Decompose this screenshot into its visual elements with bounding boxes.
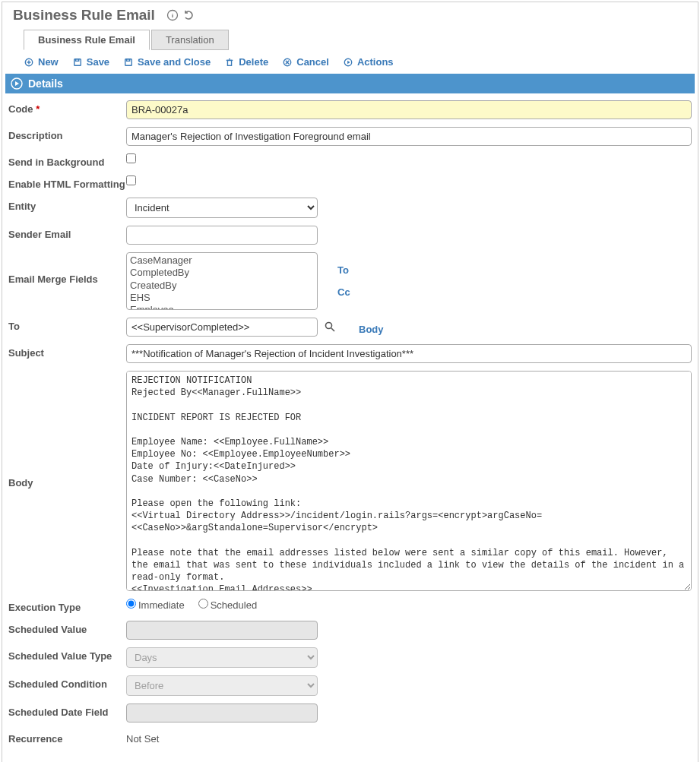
- info-icon[interactable]: [166, 8, 179, 22]
- row-senderemail: Sender Email: [8, 222, 692, 248]
- entity-select[interactable]: Incident: [126, 198, 318, 218]
- scheduled-date-field-input: [126, 704, 318, 722]
- label-code: Code: [8, 103, 33, 115]
- merge-opt[interactable]: CompletedBy: [130, 267, 314, 279]
- row-description: Description: [8, 123, 692, 150]
- toolbar: New Save Save and Close Delete Cancel Ac…: [2, 50, 698, 74]
- cancel-icon: [282, 57, 293, 68]
- tab-business-rule-email[interactable]: Business Rule Email: [24, 30, 150, 50]
- exectype-scheduled-text: Scheduled: [211, 599, 257, 611]
- svg-point-20: [326, 322, 332, 328]
- row-schedcond: Scheduled Condition Before: [8, 672, 692, 700]
- label-body: Body: [8, 477, 33, 489]
- code-input[interactable]: [126, 100, 692, 119]
- collapse-icon[interactable]: [10, 77, 24, 90]
- save-close-icon: [123, 57, 134, 68]
- save-close-label: Save and Close: [138, 56, 211, 68]
- section-title: Details: [28, 77, 63, 90]
- merge-opt[interactable]: CreatedBy: [130, 280, 314, 292]
- to-input[interactable]: [126, 318, 318, 337]
- new-label: New: [38, 56, 59, 68]
- svg-line-21: [331, 328, 334, 331]
- row-mergefields: Email Merge Fields CaseManager Completed…: [8, 248, 692, 314]
- row-subject: Subject: [8, 340, 692, 367]
- row-recurrence: Recurrence Not Set: [8, 726, 692, 748]
- sender-email-input[interactable]: [126, 226, 318, 245]
- label-to: To: [8, 321, 20, 332]
- merge-cc-link[interactable]: Cc: [337, 286, 350, 298]
- row-to: To Body: [8, 314, 692, 340]
- row-body: Body: [8, 367, 692, 595]
- merge-opt[interactable]: CaseManager: [130, 255, 314, 267]
- section-header-details[interactable]: Details: [5, 74, 695, 93]
- actions-button[interactable]: Actions: [343, 56, 394, 68]
- form-body: Code * Description Send in Background En…: [2, 93, 698, 748]
- save-icon: [72, 57, 83, 68]
- subject-input[interactable]: [126, 344, 692, 363]
- svg-marker-17: [347, 60, 350, 63]
- label-subject: Subject: [8, 347, 44, 359]
- merge-links: To Cc: [337, 264, 350, 298]
- search-icon[interactable]: [324, 321, 337, 334]
- merge-opt[interactable]: Employee: [130, 304, 314, 310]
- row-entity: Entity Incident: [8, 194, 692, 222]
- label-mergefields: Email Merge Fields: [8, 273, 98, 285]
- delete-label: Delete: [239, 56, 268, 68]
- new-button[interactable]: New: [24, 56, 59, 68]
- body-textarea[interactable]: [126, 371, 692, 591]
- merge-fields-listbox[interactable]: CaseManager CompletedBy CreatedBy EHS Em…: [126, 252, 318, 310]
- actions-label: Actions: [357, 56, 394, 68]
- label-sendbg: Send in Background: [8, 157, 104, 168]
- scheduled-value-input: [126, 621, 318, 640]
- recurrence-value: Not Set: [126, 730, 159, 745]
- exectype-scheduled-radio[interactable]: [198, 599, 208, 609]
- label-schedvaltype: Scheduled Value Type: [8, 650, 112, 662]
- cancel-button[interactable]: Cancel: [282, 56, 329, 68]
- cancel-label: Cancel: [296, 56, 329, 68]
- label-schedval: Scheduled Value: [8, 624, 87, 635]
- save-label: Save: [87, 56, 109, 68]
- description-input[interactable]: [126, 127, 692, 146]
- exectype-scheduled-label[interactable]: Scheduled: [198, 599, 257, 611]
- row-schedval: Scheduled Value: [8, 617, 692, 643]
- tab-bar: Business Rule Email Translation: [24, 30, 698, 50]
- label-description: Description: [8, 130, 63, 141]
- svg-rect-9: [127, 58, 130, 61]
- merge-to-link[interactable]: To: [337, 264, 350, 276]
- play-icon: [343, 57, 353, 68]
- label-recurrence: Recurrence: [8, 733, 63, 745]
- page-container: Business Rule Email Business Rule Email …: [2, 2, 698, 762]
- svg-rect-7: [75, 58, 78, 61]
- exectype-immediate-label[interactable]: Immediate: [126, 599, 185, 611]
- page-title: Business Rule Email: [13, 7, 155, 24]
- label-exectype: Execution Type: [8, 602, 81, 613]
- svg-marker-19: [15, 81, 19, 86]
- label-enablehtml: Enable HTML Formatting: [8, 179, 125, 190]
- refresh-icon[interactable]: [182, 8, 196, 22]
- label-entity: Entity: [8, 201, 36, 212]
- save-button[interactable]: Save: [72, 56, 109, 68]
- scheduled-condition-select: Before: [126, 675, 318, 696]
- row-sendbg: Send in Background: [8, 150, 692, 172]
- merge-body-link[interactable]: Body: [359, 319, 384, 335]
- tab-translation[interactable]: Translation: [151, 30, 229, 50]
- required-mark: *: [36, 103, 40, 115]
- merge-opt[interactable]: EHS: [130, 292, 314, 304]
- page-header: Business Rule Email: [2, 2, 698, 30]
- enable-html-checkbox[interactable]: [126, 175, 136, 185]
- delete-button[interactable]: Delete: [224, 56, 268, 68]
- send-in-background-checkbox[interactable]: [126, 153, 136, 163]
- trash-icon: [224, 57, 235, 68]
- row-exectype: Execution Type Immediate Scheduled: [8, 595, 692, 617]
- label-scheddatefield: Scheduled Date Field: [8, 707, 108, 718]
- plus-icon: [24, 57, 34, 68]
- label-senderemail: Sender Email: [8, 229, 71, 240]
- scheduled-value-type-select: Days: [126, 647, 318, 668]
- exectype-immediate-radio[interactable]: [126, 599, 136, 609]
- row-schedvaltype: Scheduled Value Type Days: [8, 643, 692, 672]
- row-enablehtml: Enable HTML Formatting: [8, 172, 692, 194]
- label-schedcond: Scheduled Condition: [8, 678, 107, 690]
- save-close-button[interactable]: Save and Close: [123, 56, 211, 68]
- row-code: Code *: [8, 96, 692, 123]
- exectype-immediate-text: Immediate: [138, 599, 185, 611]
